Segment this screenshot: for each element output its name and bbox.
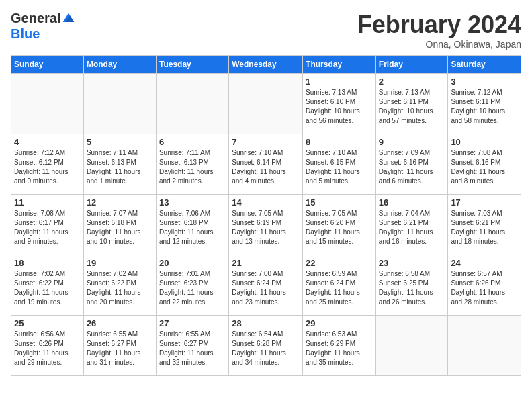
calendar-cell: 6Sunrise: 7:11 AMSunset: 6:13 PMDaylight… xyxy=(156,134,228,195)
day-number: 18 xyxy=(14,258,81,268)
day-info: Sunrise: 6:58 AMSunset: 6:25 PMDaylight:… xyxy=(379,269,445,307)
calendar-cell: 11Sunrise: 7:08 AMSunset: 6:17 PMDayligh… xyxy=(11,195,84,255)
day-info: Sunrise: 7:05 AMSunset: 6:19 PMDaylight:… xyxy=(232,209,300,246)
calendar-cell: 16Sunrise: 7:04 AMSunset: 6:21 PMDayligh… xyxy=(375,195,448,255)
calendar-cell: 26Sunrise: 6:55 AMSunset: 6:27 PMDayligh… xyxy=(83,316,156,376)
day-number: 20 xyxy=(159,258,226,268)
day-number: 4 xyxy=(14,137,81,147)
day-number: 8 xyxy=(306,137,373,147)
day-info: Sunrise: 6:57 AMSunset: 6:26 PMDaylight:… xyxy=(451,269,518,307)
day-number: 2 xyxy=(379,77,445,87)
col-header-friday: Friday xyxy=(375,56,448,74)
day-number: 17 xyxy=(451,197,518,208)
day-number: 26 xyxy=(87,318,153,328)
day-number: 11 xyxy=(14,197,81,208)
logo: General Blue xyxy=(11,11,75,42)
calendar-cell xyxy=(156,74,228,134)
calendar-cell: 19Sunrise: 7:02 AMSunset: 6:22 PMDayligh… xyxy=(83,255,156,316)
day-number: 15 xyxy=(306,197,373,208)
day-number: 14 xyxy=(232,197,300,208)
calendar-cell: 18Sunrise: 7:02 AMSunset: 6:22 PMDayligh… xyxy=(11,255,84,316)
calendar-cell xyxy=(448,316,521,376)
col-header-sunday: Sunday xyxy=(11,56,84,74)
location: Onna, Okinawa, Japan xyxy=(357,39,521,50)
day-number: 23 xyxy=(379,258,445,268)
day-info: Sunrise: 7:08 AMSunset: 6:17 PMDaylight:… xyxy=(14,209,81,246)
day-info: Sunrise: 6:55 AMSunset: 6:27 PMDaylight:… xyxy=(159,330,226,367)
col-header-tuesday: Tuesday xyxy=(156,56,228,74)
day-number: 10 xyxy=(451,137,518,147)
day-number: 25 xyxy=(14,318,81,328)
day-number: 27 xyxy=(159,318,226,328)
day-info: Sunrise: 7:05 AMSunset: 6:20 PMDaylight:… xyxy=(306,209,373,246)
calendar-cell: 21Sunrise: 7:00 AMSunset: 6:24 PMDayligh… xyxy=(229,255,303,316)
calendar-cell: 7Sunrise: 7:10 AMSunset: 6:14 PMDaylight… xyxy=(229,134,303,195)
day-info: Sunrise: 7:06 AMSunset: 6:18 PMDaylight:… xyxy=(159,209,226,246)
calendar-cell: 23Sunrise: 6:58 AMSunset: 6:25 PMDayligh… xyxy=(375,255,448,316)
day-info: Sunrise: 6:55 AMSunset: 6:27 PMDaylight:… xyxy=(87,330,153,367)
day-number: 7 xyxy=(232,137,300,147)
calendar-cell: 17Sunrise: 7:03 AMSunset: 6:21 PMDayligh… xyxy=(448,195,521,255)
calendar-cell: 15Sunrise: 7:05 AMSunset: 6:20 PMDayligh… xyxy=(303,195,376,255)
day-info: Sunrise: 7:10 AMSunset: 6:14 PMDaylight:… xyxy=(232,148,300,186)
col-header-wednesday: Wednesday xyxy=(229,56,303,74)
day-info: Sunrise: 7:02 AMSunset: 6:22 PMDaylight:… xyxy=(87,269,153,307)
calendar-cell xyxy=(11,74,84,134)
calendar-cell: 12Sunrise: 7:07 AMSunset: 6:18 PMDayligh… xyxy=(83,195,156,255)
day-info: Sunrise: 7:02 AMSunset: 6:22 PMDaylight:… xyxy=(14,269,81,307)
calendar-table: SundayMondayTuesdayWednesdayThursdayFrid… xyxy=(11,55,521,376)
col-header-thursday: Thursday xyxy=(303,56,376,74)
calendar-cell: 20Sunrise: 7:01 AMSunset: 6:23 PMDayligh… xyxy=(156,255,228,316)
day-info: Sunrise: 7:13 AMSunset: 6:11 PMDaylight:… xyxy=(379,88,445,126)
day-info: Sunrise: 7:07 AMSunset: 6:18 PMDaylight:… xyxy=(87,209,153,246)
day-info: Sunrise: 7:10 AMSunset: 6:15 PMDaylight:… xyxy=(306,148,373,186)
calendar-cell: 27Sunrise: 6:55 AMSunset: 6:27 PMDayligh… xyxy=(156,316,228,376)
day-number: 19 xyxy=(87,258,153,268)
day-number: 28 xyxy=(232,318,300,328)
calendar-cell xyxy=(83,74,156,134)
day-info: Sunrise: 6:56 AMSunset: 6:26 PMDaylight:… xyxy=(14,330,81,367)
col-header-monday: Monday xyxy=(83,56,156,74)
day-number: 21 xyxy=(232,258,300,268)
calendar-cell: 25Sunrise: 6:56 AMSunset: 6:26 PMDayligh… xyxy=(11,316,84,376)
calendar-cell xyxy=(229,74,303,134)
day-number: 5 xyxy=(87,137,153,147)
day-info: Sunrise: 7:12 AMSunset: 6:12 PMDaylight:… xyxy=(14,148,81,186)
logo-icon xyxy=(62,12,75,26)
day-number: 1 xyxy=(306,77,373,87)
day-number: 12 xyxy=(87,197,153,208)
calendar-cell xyxy=(375,316,448,376)
day-number: 29 xyxy=(306,318,373,328)
day-number: 6 xyxy=(159,137,226,147)
calendar-cell: 14Sunrise: 7:05 AMSunset: 6:19 PMDayligh… xyxy=(229,195,303,255)
logo-general-text: General xyxy=(11,11,60,26)
calendar-cell: 13Sunrise: 7:06 AMSunset: 6:18 PMDayligh… xyxy=(156,195,228,255)
calendar-cell: 8Sunrise: 7:10 AMSunset: 6:15 PMDaylight… xyxy=(303,134,376,195)
calendar-cell: 22Sunrise: 6:59 AMSunset: 6:24 PMDayligh… xyxy=(303,255,376,316)
day-number: 16 xyxy=(379,197,445,208)
day-number: 22 xyxy=(306,258,373,268)
month-title: February 2024 xyxy=(357,11,521,39)
page-header: General Blue February 2024 Onna, Okinawa… xyxy=(11,11,521,50)
calendar-cell: 5Sunrise: 7:11 AMSunset: 6:13 PMDaylight… xyxy=(83,134,156,195)
day-info: Sunrise: 7:13 AMSunset: 6:10 PMDaylight:… xyxy=(306,88,373,126)
calendar-cell: 1Sunrise: 7:13 AMSunset: 6:10 PMDaylight… xyxy=(303,74,376,134)
day-number: 3 xyxy=(451,77,518,87)
calendar-cell: 2Sunrise: 7:13 AMSunset: 6:11 PMDaylight… xyxy=(375,74,448,134)
day-info: Sunrise: 7:00 AMSunset: 6:24 PMDaylight:… xyxy=(232,269,300,307)
day-info: Sunrise: 7:03 AMSunset: 6:21 PMDaylight:… xyxy=(451,209,518,246)
day-info: Sunrise: 6:53 AMSunset: 6:29 PMDaylight:… xyxy=(306,330,373,367)
day-info: Sunrise: 7:09 AMSunset: 6:16 PMDaylight:… xyxy=(379,148,445,186)
col-header-saturday: Saturday xyxy=(448,56,521,74)
calendar-cell: 10Sunrise: 7:08 AMSunset: 6:16 PMDayligh… xyxy=(448,134,521,195)
calendar-cell: 3Sunrise: 7:12 AMSunset: 6:11 PMDaylight… xyxy=(448,74,521,134)
day-info: Sunrise: 6:54 AMSunset: 6:28 PMDaylight:… xyxy=(232,330,300,367)
day-info: Sunrise: 7:12 AMSunset: 6:11 PMDaylight:… xyxy=(451,88,518,126)
day-number: 9 xyxy=(379,137,445,147)
calendar-cell: 29Sunrise: 6:53 AMSunset: 6:29 PMDayligh… xyxy=(303,316,376,376)
day-number: 24 xyxy=(451,258,518,268)
calendar-cell: 4Sunrise: 7:12 AMSunset: 6:12 PMDaylight… xyxy=(11,134,84,195)
day-number: 13 xyxy=(159,197,226,208)
calendar-cell: 28Sunrise: 6:54 AMSunset: 6:28 PMDayligh… xyxy=(229,316,303,376)
day-info: Sunrise: 7:08 AMSunset: 6:16 PMDaylight:… xyxy=(451,148,518,186)
